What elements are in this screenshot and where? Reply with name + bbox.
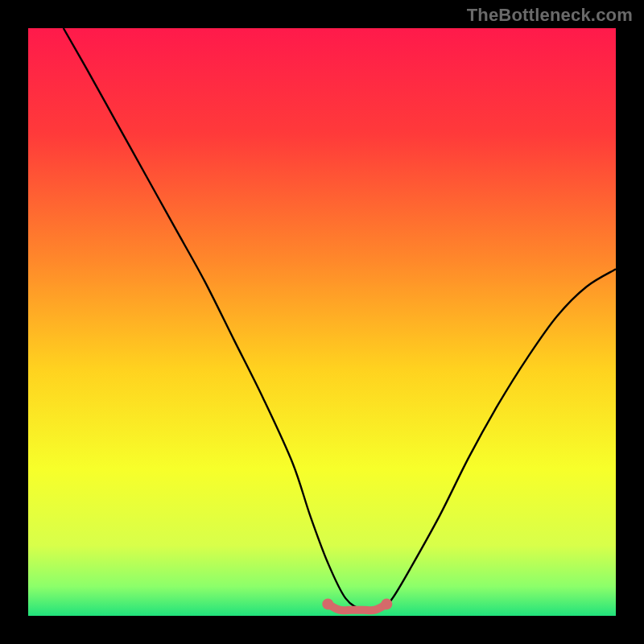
marker-dot (322, 598, 333, 609)
watermark-text: TheBottleneck.com (467, 5, 633, 26)
marker-dot (381, 598, 392, 609)
chart-stage: TheBottleneck.com (0, 0, 644, 644)
bottleneck-chart (0, 0, 644, 644)
chart-gradient-bg (28, 28, 616, 616)
